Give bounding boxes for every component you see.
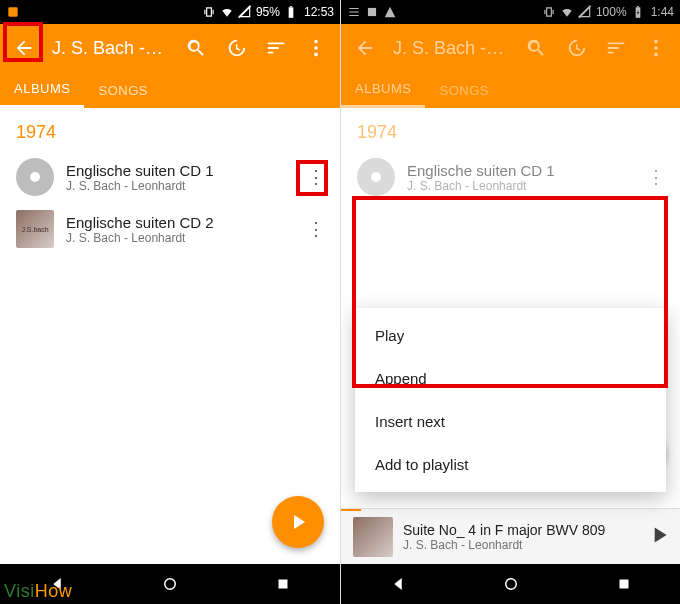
- album-row[interactable]: Englische suiten CD 1 J. S. Bach - Leonh…: [341, 151, 680, 203]
- svg-rect-8: [368, 8, 376, 16]
- svg-rect-2: [290, 6, 292, 7]
- svg-point-11: [654, 40, 658, 44]
- tab-albums[interactable]: ALBUMS: [341, 72, 425, 108]
- album-row[interactable]: J.S.bach Englische suiten CD 2 J. S. Bac…: [0, 203, 340, 255]
- wifi-icon: [220, 5, 234, 19]
- search-button[interactable]: [176, 28, 216, 68]
- album-more-button[interactable]: ⋮: [300, 157, 332, 197]
- svg-rect-1: [289, 7, 294, 17]
- ctx-append[interactable]: Append: [355, 357, 666, 400]
- search-button[interactable]: [516, 28, 556, 68]
- ctx-add-to-playlist[interactable]: Add to playlist: [355, 443, 666, 486]
- svg-point-6: [165, 579, 176, 590]
- tab-songs[interactable]: SONGS: [425, 72, 502, 108]
- album-artist: J. S. Bach - Leonhardt: [66, 179, 288, 193]
- nav-recent-button[interactable]: [599, 569, 649, 599]
- battery-pct: 100%: [596, 5, 627, 19]
- notif-icon: [347, 5, 361, 19]
- history-button[interactable]: [556, 28, 596, 68]
- year-header: 1974: [341, 108, 680, 151]
- svg-point-13: [654, 53, 658, 57]
- album-art-placeholder-icon: [16, 158, 54, 196]
- content-area: 1974 Englische suiten CD 1 J. S. Bach - …: [0, 108, 340, 564]
- svg-point-12: [654, 46, 658, 50]
- nav-back-button[interactable]: [373, 569, 423, 599]
- now-playing-bar[interactable]: Suite No_ 4 in F major BWV 809 J. S. Bac…: [341, 508, 680, 564]
- overflow-button[interactable]: [296, 28, 336, 68]
- notif-icon: [365, 5, 379, 19]
- svg-point-3: [314, 40, 318, 44]
- album-title: Englische suiten CD 2: [66, 214, 288, 231]
- svg-point-14: [505, 579, 516, 590]
- now-playing-title: Suite No_ 4 in F major BWV 809: [403, 522, 636, 538]
- vibrate-icon: [202, 5, 216, 19]
- svg-rect-15: [619, 580, 628, 589]
- nav-home-button[interactable]: [145, 569, 195, 599]
- phone-left: 95% 12:53 J. S. Bach -… ALBUMS SONGS 197…: [0, 0, 340, 604]
- album-art-placeholder-icon: [357, 158, 395, 196]
- wifi-icon: [560, 5, 574, 19]
- sort-button[interactable]: [596, 28, 636, 68]
- status-time: 1:44: [651, 5, 674, 19]
- app-title: J. S. Bach -…: [44, 38, 176, 59]
- ctx-play[interactable]: Play: [355, 314, 666, 357]
- tabs: ALBUMS SONGS: [0, 72, 340, 108]
- progress-bar[interactable]: [341, 509, 361, 511]
- now-playing-art-icon: [353, 517, 393, 557]
- app-title: J. S. Bach -…: [385, 38, 516, 59]
- content-area: 1974 Englische suiten CD 1 J. S. Bach - …: [341, 108, 680, 564]
- nav-bar: [341, 564, 680, 604]
- svg-point-5: [314, 53, 318, 57]
- context-menu: Play Append Insert next Add to playlist: [355, 308, 666, 492]
- status-time: 12:53: [304, 5, 334, 19]
- ctx-insert-next[interactable]: Insert next: [355, 400, 666, 443]
- battery-charging-icon: [631, 5, 645, 19]
- nav-recent-button[interactable]: [258, 569, 308, 599]
- play-fab[interactable]: [272, 496, 324, 548]
- now-playing-artist: J. S. Bach - Leonhardt: [403, 538, 636, 552]
- overflow-button[interactable]: [636, 28, 676, 68]
- album-title: Englische suiten CD 1: [407, 162, 628, 179]
- history-button[interactable]: [216, 28, 256, 68]
- nav-home-button[interactable]: [486, 569, 536, 599]
- signal-off-icon: [238, 5, 252, 19]
- sort-button[interactable]: [256, 28, 296, 68]
- battery-pct: 95%: [256, 5, 280, 19]
- vibrate-icon: [542, 5, 556, 19]
- notif-icon: [6, 5, 20, 19]
- notif-icon: [383, 5, 397, 19]
- tabs: ALBUMS SONGS: [341, 72, 680, 108]
- album-more-button[interactable]: ⋮: [640, 157, 672, 197]
- play-control-button[interactable]: [646, 522, 672, 552]
- album-art-icon: J.S.bach: [16, 210, 54, 248]
- status-bar: 100% 1:44: [341, 0, 680, 24]
- app-bar: J. S. Bach -…: [341, 24, 680, 72]
- svg-rect-7: [279, 580, 288, 589]
- watermark: VisiHow: [4, 581, 72, 602]
- album-title: Englische suiten CD 1: [66, 162, 288, 179]
- album-more-button[interactable]: ⋮: [300, 209, 332, 249]
- back-button[interactable]: [4, 28, 44, 68]
- signal-off-icon: [578, 5, 592, 19]
- svg-rect-10: [636, 6, 638, 7]
- tab-songs[interactable]: SONGS: [84, 72, 161, 108]
- album-artist: J. S. Bach - Leonhardt: [407, 179, 628, 193]
- svg-point-4: [314, 46, 318, 50]
- year-header: 1974: [0, 108, 340, 151]
- phone-right: 100% 1:44 J. S. Bach -… ALBUMS SONGS 197…: [340, 0, 680, 604]
- svg-rect-0: [8, 7, 17, 16]
- tab-albums[interactable]: ALBUMS: [0, 72, 84, 108]
- app-bar: J. S. Bach -…: [0, 24, 340, 72]
- status-bar: 95% 12:53: [0, 0, 340, 24]
- back-button[interactable]: [345, 28, 385, 68]
- album-artist: J. S. Bach - Leonhardt: [66, 231, 288, 245]
- battery-icon: [284, 5, 298, 19]
- album-row[interactable]: Englische suiten CD 1 J. S. Bach - Leonh…: [0, 151, 340, 203]
